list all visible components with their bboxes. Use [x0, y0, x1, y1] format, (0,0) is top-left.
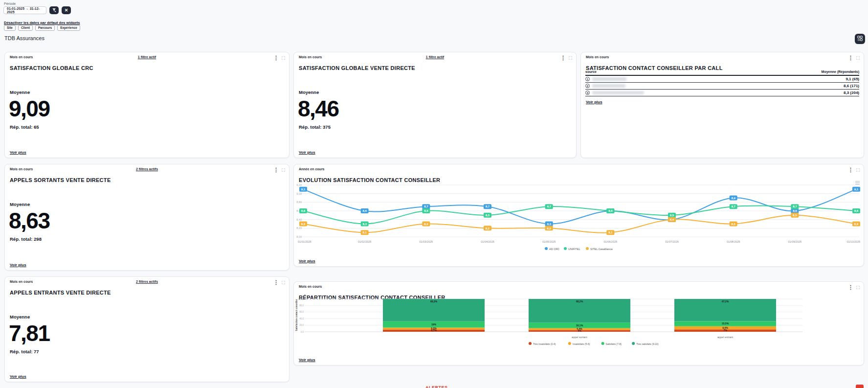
svg-text:8,9: 8,9	[731, 197, 735, 200]
svg-text:8,6: 8,6	[793, 209, 797, 212]
svg-text:8,3: 8,3	[547, 223, 551, 226]
chip-parcours[interactable]: Parcours	[35, 25, 55, 31]
svg-text:8,1: 8,1	[362, 231, 367, 234]
periode-label: Période	[4, 2, 16, 5]
drag-handle-icon[interactable]	[569, 56, 572, 60]
rank-badge: 3	[585, 91, 590, 95]
redacted-source-name	[592, 91, 644, 94]
voir-plus-link[interactable]: Voir plus	[586, 100, 602, 104]
metric-value: 7,81	[9, 322, 50, 344]
svg-text:8,80: 8,80	[296, 201, 302, 204]
active-filter-link[interactable]: 2 filtres actifs	[5, 167, 289, 171]
kebab-menu-icon[interactable]: ⋮	[273, 280, 279, 285]
widgets-layout-button[interactable]	[855, 34, 865, 44]
active-filter-link[interactable]: 1 filtre actif	[294, 55, 576, 59]
source-ranking-table: source Moyenne (Répondants) 1 9,1 (65) 2…	[585, 70, 859, 96]
alertes-label[interactable]: ALERTES	[425, 385, 448, 388]
svg-text:8,3: 8,3	[731, 223, 735, 226]
alert-badge-icon[interactable]	[856, 385, 864, 388]
svg-text:01/03/2025: 01/03/2025	[420, 240, 433, 243]
metric-value: 8,46	[298, 97, 339, 120]
drag-handle-icon[interactable]	[282, 168, 285, 172]
dashboard-page: { "toolbar": { "periode_label": "Période…	[0, 0, 868, 388]
row-value: 8,6 (171)	[844, 84, 859, 88]
rank-badge: 2	[585, 84, 590, 88]
svg-text:80,0: 80,0	[299, 304, 304, 307]
evolution-line-chart: 9,209,008,808,608,408,208,0001/01/202501…	[294, 164, 865, 267]
chip-experience[interactable]: Expérience	[57, 25, 80, 31]
rank-badge: 1	[585, 77, 590, 81]
svg-text:15,5%: 15,5%	[722, 322, 729, 325]
voir-plus-link[interactable]: Voir plus	[299, 150, 315, 155]
voir-plus-link[interactable]: Voir plus	[10, 150, 26, 155]
svg-text:SITEL Casablanca: SITEL Casablanca	[590, 248, 613, 251]
table-row[interactable]: 2 8,6 (171)	[585, 83, 859, 90]
voir-plus-link[interactable]: Voir plus	[10, 263, 26, 267]
close-icon: ✕	[65, 8, 68, 13]
disable-default-dates-link[interactable]: Désactiver les dates par défaut des widg…	[4, 21, 80, 25]
svg-text:67,2%: 67,2%	[722, 300, 729, 303]
svg-text:8,7: 8,7	[793, 205, 797, 208]
apply-filter-button[interactable]	[49, 6, 59, 14]
svg-text:5,4%: 5,4%	[577, 327, 582, 330]
card-satisfaction-par-call: Mois en cours ⋮ SATISFACTION CONTACT CON…	[580, 52, 864, 158]
svg-text:UNIFITEL: UNIFITEL	[568, 248, 580, 251]
metric-label: Moyenne	[10, 90, 30, 95]
svg-text:Très satisfaits (9-10): Très satisfaits (9-10)	[636, 342, 659, 345]
kebab-menu-icon[interactable]: ⋮	[273, 55, 279, 61]
card-satisfaction-globale-vente-directe: Mois en cours 1 filtre actif ⋮ SATISFACT…	[293, 52, 577, 158]
svg-text:9,1: 9,1	[854, 188, 859, 191]
card-evolution-satisfaction: Année en cours ⋮ EVOLUTION SATISFACTION …	[293, 164, 864, 267]
chip-client[interactable]: Client	[18, 25, 33, 31]
svg-text:40,0: 40,0	[299, 318, 304, 320]
active-filter-link[interactable]: 1 filtre actif	[5, 55, 289, 59]
drag-handle-icon[interactable]	[282, 281, 285, 284]
column-source: source	[585, 70, 597, 73]
metric-label: Moyenne	[10, 202, 30, 207]
card-appels-entrants: Mois en cours 2 filtres actifs ⋮ APPELS …	[4, 276, 289, 382]
chip-site[interactable]: Site	[4, 25, 16, 31]
responses-total: Rép. total: 298	[10, 236, 42, 242]
svg-text:0,0: 0,0	[301, 331, 304, 333]
svg-text:16,1%: 16,1%	[576, 324, 583, 327]
card-title: SATISFACTION GLOBALE VENTE DIRECTE	[299, 65, 415, 71]
svg-text:8,5: 8,5	[793, 214, 797, 217]
svg-text:8,5: 8,5	[486, 214, 490, 217]
svg-text:8,6: 8,6	[301, 209, 306, 212]
responses-total: Rép. total: 77	[10, 349, 39, 354]
svg-text:appel entrant: appel entrant	[717, 336, 734, 339]
responses-total: Rép. total: 375	[299, 124, 331, 130]
svg-text:8,1: 8,1	[608, 231, 613, 234]
page-title: TDB Assurances	[4, 35, 45, 41]
svg-text:01/08/2025: 01/08/2025	[727, 240, 740, 243]
svg-text:8,7: 8,7	[731, 205, 735, 208]
voir-plus-link[interactable]: Voir plus	[10, 374, 26, 379]
svg-text:8,4: 8,4	[670, 218, 674, 221]
svg-text:68,3%: 68,3%	[430, 300, 438, 303]
svg-text:Satisfaction contact conseille: Satisfaction contact conseiller	[295, 299, 298, 331]
clear-filter-button[interactable]: ✕	[62, 6, 71, 14]
voir-plus-link[interactable]: Voir plus	[299, 259, 315, 263]
svg-text:19%: 19%	[431, 323, 437, 326]
date-range-input[interactable]: 01-01-2025 → 31-12-2025	[3, 6, 46, 14]
svg-text:01/10/2025: 01/10/2025	[846, 240, 860, 243]
svg-text:60,0: 60,0	[299, 311, 304, 313]
table-row[interactable]: 1 9,1 (65)	[585, 76, 859, 83]
svg-text:68,2%: 68,2%	[576, 300, 583, 303]
svg-text:20,0: 20,0	[299, 324, 304, 326]
funnel-plus-icon	[52, 7, 57, 14]
voir-plus-link[interactable]: Voir plus	[299, 358, 315, 362]
kebab-menu-icon[interactable]: ⋮	[273, 167, 279, 173]
table-row[interactable]: 3 8,3 (204)	[585, 90, 859, 96]
drag-handle-icon[interactable]	[856, 56, 860, 60]
svg-text:Très insatisfaits (0-4): Très insatisfaits (0-4)	[533, 342, 556, 345]
row-value: 9,1 (65)	[846, 77, 859, 81]
metric-label: Moyenne	[299, 90, 319, 95]
svg-text:8,2: 8,2	[547, 227, 551, 230]
svg-text:8,2: 8,2	[486, 227, 490, 230]
svg-text:01/01/2025: 01/01/2025	[298, 240, 312, 243]
active-filter-link[interactable]: 2 filtres actifs	[5, 280, 289, 283]
kebab-menu-icon[interactable]: ⋮	[560, 55, 566, 61]
drag-handle-icon[interactable]	[282, 56, 285, 60]
kebab-menu-icon[interactable]: ⋮	[848, 55, 853, 61]
